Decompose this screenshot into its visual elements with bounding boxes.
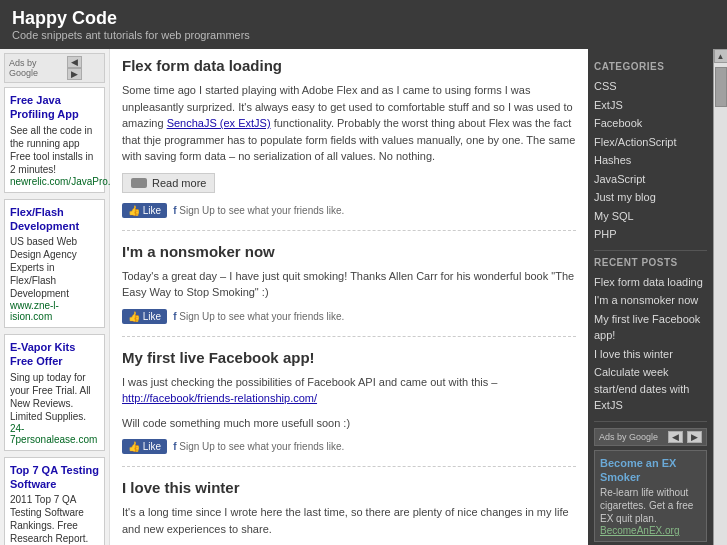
sidebar-link-flex[interactable]: Flex/ActionScript (594, 133, 707, 152)
right-ad-exsmoker-body: Re-learn life without cigarettes. Get a … (600, 486, 701, 525)
post-nonsmoker-content: Today's a great day – I have just quit s… (122, 268, 576, 301)
left-ad-java-title: Free Java Profiling App (10, 93, 99, 122)
fb-signup-link-0[interactable]: Sign Up to see what your friends like. (173, 205, 344, 216)
post-flex-fb-bar: 👍 Like Sign Up to see what your friends … (122, 203, 576, 218)
facebook-app-link-text: http://facebook/friends-relationship.com… (122, 392, 317, 404)
left-ad-qa: Top 7 QA Testing Software 2011 Top 7 QA … (4, 457, 105, 545)
fb-like-btn-1[interactable]: 👍 Like (122, 309, 167, 324)
recent-post-3[interactable]: I love this winter (594, 345, 707, 364)
site-subtitle: Code snippets ant tutorials for web prog… (12, 29, 715, 41)
left-ad-flex-title: Flex/Flash Development (10, 205, 99, 234)
left-ad-evapor-url[interactable]: 24-7personalease.com (10, 423, 97, 445)
left-ad-java: Free Java Profiling App See all the code… (4, 87, 105, 193)
left-ad-java-body: See all the code in the running app Free… (10, 124, 99, 176)
left-ad-flex-body: US based Web Design Agency Experts in Fl… (10, 235, 99, 300)
post-facebook-content: I was just checking the possibilities of… (122, 374, 576, 407)
post-nonsmoker-title: I'm a nonsmoker now (122, 243, 576, 260)
post-flex-form: Flex form data loading Some time ago I s… (122, 57, 576, 231)
read-more-button[interactable]: Read more (122, 173, 215, 193)
left-ads-next-btn[interactable]: ▶ (67, 68, 82, 80)
recent-post-1[interactable]: I'm a nonsmoker now (594, 291, 707, 310)
recent-post-0[interactable]: Flex form data loading (594, 273, 707, 292)
post-nonsmoker-fb-bar: 👍 Like Sign Up to see what your friends … (122, 309, 576, 324)
fb-signup-link-1[interactable]: Sign Up to see what your friends like. (173, 311, 344, 322)
post-winter-title: I love this winter (122, 479, 576, 496)
fb-like-btn-2[interactable]: 👍 Like (122, 439, 167, 454)
recent-post-2[interactable]: My first live Facebook app! (594, 310, 707, 345)
fb-signup-link-2[interactable]: Sign Up to see what your friends like. (173, 441, 344, 452)
post-flex-form-content: Some time ago I started playing with Ado… (122, 82, 576, 165)
left-ads-prev-btn[interactable]: ◀ (67, 56, 82, 68)
sencha-link[interactable]: SenchaJS (ex ExtJS) (167, 117, 271, 129)
right-ad-exsmoker-title: Become an EX Smoker (600, 456, 701, 485)
main-content: Flex form data loading Some time ago I s… (110, 49, 588, 545)
post-winter: I love this winter It's a long time sinc… (122, 479, 576, 545)
right-sidebar: CATEGORIES CSS ExtJS Facebook Flex/Actio… (588, 49, 713, 545)
post-flex-form-title: Flex form data loading (122, 57, 576, 74)
read-more-icon (131, 178, 147, 188)
left-ad-qa-body: 2011 Top 7 QA Testing Software Rankings.… (10, 493, 99, 545)
sidebar-divider-2 (594, 421, 707, 422)
scroll-up-btn[interactable]: ▲ (714, 49, 728, 63)
left-ad-flex: Flex/Flash Development US based Web Desi… (4, 199, 105, 329)
fb-like-text-1: Sign Up to see what your friends like. (179, 311, 344, 322)
fb-like-btn-0[interactable]: 👍 Like (122, 203, 167, 218)
site-title: Happy Code (12, 8, 715, 29)
sidebar-link-extjs[interactable]: ExtJS (594, 96, 707, 115)
post-facebook-content2: Will code something much more usefull so… (122, 415, 576, 432)
sidebar-link-js[interactable]: JavaScript (594, 170, 707, 189)
sidebar-link-php[interactable]: PHP (594, 225, 707, 244)
sidebar-link-css[interactable]: CSS (594, 77, 707, 96)
right-ads-label: Ads by Google (599, 432, 658, 442)
sidebar-link-myblog[interactable]: Just my blog (594, 188, 707, 207)
left-ad-evapor-body: Sing up today for your Free Trial. All N… (10, 371, 99, 423)
site-header: Happy Code Code snippets ant tutorials f… (0, 0, 727, 49)
right-ad-exsmoker: Become an EX Smoker Re-learn life withou… (594, 450, 707, 543)
post-facebook: My first live Facebook app! I was just c… (122, 349, 576, 468)
left-ad-qa-title: Top 7 QA Testing Software (10, 463, 99, 492)
read-more-label: Read more (152, 177, 206, 189)
scrollbar[interactable]: ▲ ▼ (713, 49, 727, 545)
sidebar-link-facebook[interactable]: Facebook (594, 114, 707, 133)
post-winter-content1: It's a long time since I wrote here the … (122, 504, 576, 537)
fb-like-text-2: Sign Up to see what your friends like. (179, 441, 344, 452)
sidebar-link-mysql[interactable]: My SQL (594, 207, 707, 226)
post-facebook-content1: I was just checking the possibilities of… (122, 376, 497, 388)
post-facebook-title: My first live Facebook app! (122, 349, 576, 366)
left-ad-evapor-title: E-Vapor Kits Free Offer (10, 340, 99, 369)
left-ad-evapor: E-Vapor Kits Free Offer Sing up today fo… (4, 334, 105, 451)
facebook-app-link[interactable]: http://facebook/friends-relationship.com… (122, 392, 317, 404)
right-ads-prev-btn[interactable]: ◀ (668, 431, 683, 443)
fb-like-text-0: Sign Up to see what your friends like. (179, 205, 344, 216)
right-ad-exsmoker-url[interactable]: BecomeAnEX.org (600, 525, 680, 536)
categories-title: CATEGORIES (594, 61, 707, 72)
right-ads-next-btn[interactable]: ▶ (687, 431, 702, 443)
left-sidebar: Ads by Google ◀ ▶ Free Java Profiling Ap… (0, 49, 110, 545)
sidebar-divider-1 (594, 250, 707, 251)
left-ads-label: Ads by Google (9, 58, 66, 78)
recent-posts-title: RECENT POSTS (594, 257, 707, 268)
left-ads-bar: Ads by Google ◀ ▶ (4, 53, 105, 83)
right-ads-bar: Ads by Google ◀ ▶ (594, 428, 707, 446)
post-nonsmoker: I'm a nonsmoker now Today's a great day … (122, 243, 576, 337)
left-ad-flex-url[interactable]: www.zne-l-ision.com (10, 300, 59, 322)
recent-post-4[interactable]: Calculate week start/end dates with ExtJ… (594, 363, 707, 415)
sidebar-link-hashes[interactable]: Hashes (594, 151, 707, 170)
post-facebook-fb-bar: 👍 Like Sign Up to see what your friends … (122, 439, 576, 454)
left-ad-java-url[interactable]: newrelic.com/JavaPro... (10, 176, 116, 187)
scroll-track (714, 63, 728, 545)
scroll-thumb[interactable] (715, 67, 727, 107)
